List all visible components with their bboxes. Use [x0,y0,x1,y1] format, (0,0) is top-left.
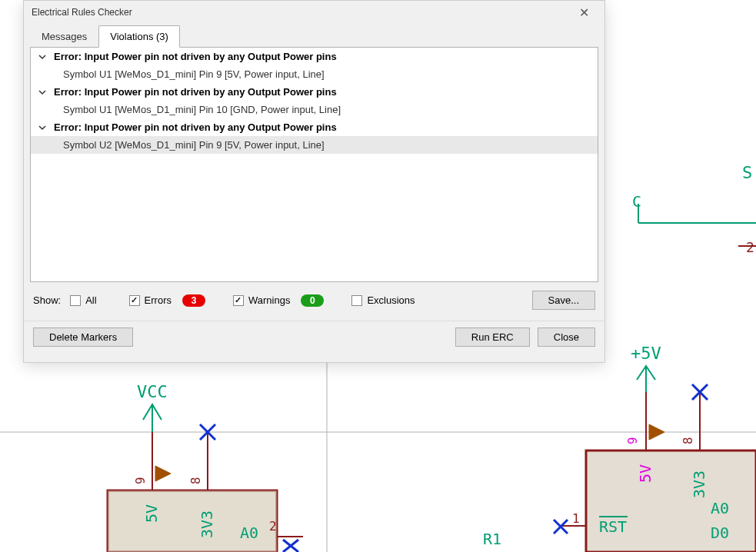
delete-markers-button[interactable]: Delete Markers [33,328,133,347]
errors-count-badge: 3 [182,294,205,307]
svg-marker-12 [155,466,171,481]
chevron-down-icon[interactable] [37,87,48,98]
violation-detail[interactable]: Symbol U1 [WeMos_D1_mini] Pin 9 [5V, Pow… [31,65,598,83]
pin-num-9-left: 9 [133,477,148,484]
pin-5v-left: 5V [142,504,161,523]
chevron-down-icon[interactable] [37,122,48,133]
checkbox-box[interactable] [129,295,140,306]
show-label: Show: [33,294,61,306]
checkbox-errors[interactable]: Errors [129,294,172,306]
violation-header-text: Error: Input Power pin not driven by any… [54,121,337,133]
button-row: Delete Markers Run ERC Close [24,321,604,356]
save-button[interactable]: Save... [532,291,595,310]
plus5v-label: +5V [631,344,661,363]
vcc-label: VCC [137,382,168,401]
svg-rect-5 [108,490,277,552]
checkbox-exclusions[interactable]: Exclusions [351,294,415,306]
violation-header[interactable]: Error: Input Power pin not driven by any… [31,118,598,136]
pin-5v-right: 5V [636,464,654,483]
pin-num-9-right: 9 [625,437,640,444]
titlebar[interactable]: Electrical Rules Checker ✕ [24,1,604,24]
svg-marker-24 [649,424,664,440]
violation-header[interactable]: Error: Input Power pin not driven by any… [31,83,598,101]
checkbox-warnings[interactable]: Warnings [233,294,290,306]
tab-violations[interactable]: Violations (3) [98,25,180,48]
violations-list[interactable]: Error: Input Power pin not driven by any… [30,47,598,282]
erc-dialog: Electrical Rules Checker ✕ Messages Viol… [23,0,605,363]
checkbox-errors-label: Errors [145,294,172,306]
close-icon[interactable]: ✕ [571,4,597,22]
tab-bar: Messages Violations (3) [24,25,604,48]
rst-label: RST [599,517,627,536]
checkbox-box[interactable] [351,295,362,306]
pin-3v3-right: 3V3 [690,471,708,498]
warnings-count-badge: 0 [301,294,324,307]
c-stub: C [632,192,641,211]
pin-num-8-left: 8 [188,477,203,484]
dialog-title: Electrical Rules Checker [32,7,571,18]
run-erc-button[interactable]: Run ERC [455,328,530,347]
violation-header-text: Error: Input Power pin not driven by any… [54,51,337,62]
pin-num-8-right: 8 [681,437,695,444]
s-label: S [742,163,752,182]
filter-row: Show: All Errors 3 Warnings 0 Exclusions… [24,283,604,318]
checkbox-warnings-label: Warnings [248,294,290,306]
pin-3v3-left: 3V3 [198,510,216,538]
close-button[interactable]: Close [538,328,595,347]
checkbox-box[interactable] [70,295,81,306]
chevron-down-icon[interactable] [37,52,48,62]
pin-num-1-right: 1 [572,511,580,526]
checkbox-all-label: All [85,294,96,306]
violation-detail[interactable]: Symbol U2 [WeMos_D1_mini] Pin 9 [5V, Pow… [31,136,598,154]
pin-2-top: 2 [746,239,754,255]
pin-num-2-left: 2 [269,519,277,534]
checkbox-all[interactable]: All [70,294,96,306]
d0-right: D0 [711,524,729,542]
svg-rect-15 [586,451,756,552]
violation-detail[interactable]: Symbol U1 [WeMos_D1_mini] Pin 10 [GND, P… [31,101,598,118]
a0-right: A0 [711,499,729,517]
tab-messages[interactable]: Messages [30,25,98,48]
violation-header[interactable]: Error: Input Power pin not driven by any… [31,48,598,65]
checkbox-exclusions-label: Exclusions [367,294,415,306]
r1-label: R1 [483,530,501,548]
violation-header-text: Error: Input Power pin not driven by any… [54,86,337,98]
checkbox-box[interactable] [233,295,244,306]
a0-left: A0 [240,524,258,542]
